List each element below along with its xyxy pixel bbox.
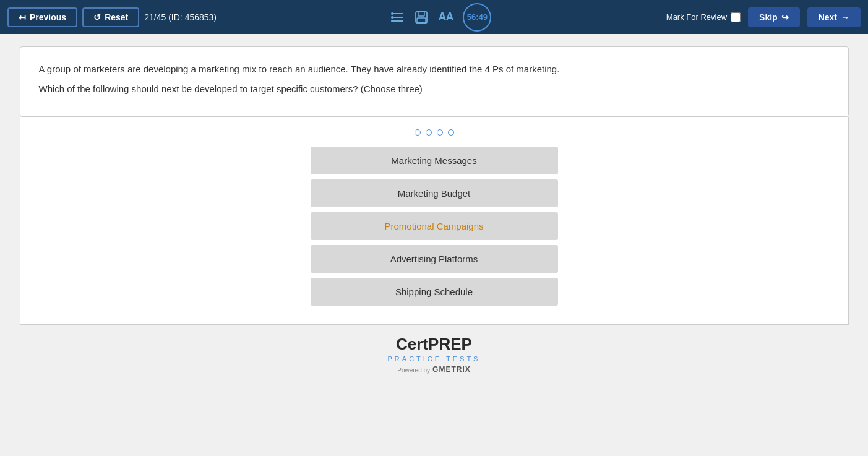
dot-1 — [415, 129, 421, 136]
dot-3 — [437, 129, 443, 136]
arrow-left-icon: ↤ — [19, 12, 26, 22]
brand-prep: PREP — [428, 335, 472, 353]
brand-cert: Cert — [396, 335, 428, 353]
answer-option-2[interactable]: Marketing Budget — [311, 179, 558, 207]
svg-point-3 — [391, 12, 393, 15]
reset-icon: ↺ — [93, 12, 101, 22]
progress-dots — [415, 129, 454, 136]
next-button[interactable]: Next → — [807, 7, 861, 27]
question-counter: 21/45 (ID: 456853) — [144, 12, 217, 22]
mark-review-label: Mark For Review — [666, 12, 727, 22]
answer-option-3[interactable]: Promotional Campaigns — [311, 212, 558, 240]
question-text-line2: Which of the following should next be de… — [39, 82, 830, 97]
svg-point-5 — [391, 20, 393, 22]
top-bar-center: AA 56:49 — [391, 3, 491, 32]
dot-4 — [448, 129, 454, 136]
top-bar-right: Mark For Review Skip ↪ Next → — [666, 7, 861, 27]
brand-powered: Powered by — [397, 367, 430, 374]
previous-button[interactable]: ↤ Previous — [7, 7, 77, 27]
question-text-line1: A group of marketers are developing a ma… — [39, 62, 830, 77]
brand-gmetrix: GMETRIX — [432, 365, 471, 374]
answer-option-5[interactable]: Shipping Schedule — [311, 278, 558, 306]
skip-icon: ↪ — [781, 12, 789, 22]
font-size-button[interactable]: AA — [438, 11, 453, 24]
timer-display: 56:49 — [463, 3, 491, 32]
skip-label: Skip — [759, 12, 778, 22]
answer-area: Marketing Messages Marketing Budget Prom… — [20, 117, 849, 325]
next-label: Next — [819, 12, 837, 22]
main-content: A group of marketers are developing a ma… — [0, 34, 868, 456]
top-navigation-bar: ↤ Previous ↺ Reset 21/45 (ID: 456853) — [0, 0, 868, 34]
dot-2 — [426, 129, 432, 136]
reset-button[interactable]: ↺ Reset — [82, 7, 139, 27]
footer: CertPREP PRACTICE TESTS Powered by GMETR… — [388, 325, 481, 386]
save-icon-button[interactable] — [415, 11, 428, 24]
certprep-logo: CertPREP — [396, 335, 472, 354]
list-icon-button[interactable] — [391, 11, 405, 24]
svg-point-4 — [391, 16, 393, 19]
answer-option-1[interactable]: Marketing Messages — [311, 147, 558, 174]
svg-rect-8 — [417, 18, 426, 22]
brand-logo-container: CertPREP PRACTICE TESTS Powered by GMETR… — [388, 335, 481, 374]
reset-label: Reset — [105, 12, 128, 22]
mark-for-review-container: Mark For Review — [666, 12, 741, 22]
previous-label: Previous — [30, 12, 66, 22]
answer-options-list: Marketing Messages Marketing Budget Prom… — [311, 147, 558, 306]
brand-subtitle: PRACTICE TESTS — [388, 355, 481, 363]
svg-rect-7 — [418, 12, 424, 16]
top-bar-left: ↤ Previous ↺ Reset 21/45 (ID: 456853) — [7, 7, 217, 27]
answer-option-4[interactable]: Advertising Platforms — [311, 245, 558, 273]
skip-button[interactable]: Skip ↪ — [748, 7, 800, 27]
mark-review-checkbox[interactable] — [731, 12, 741, 22]
question-card: A group of marketers are developing a ma… — [20, 46, 849, 117]
next-arrow-icon: → — [841, 12, 849, 22]
